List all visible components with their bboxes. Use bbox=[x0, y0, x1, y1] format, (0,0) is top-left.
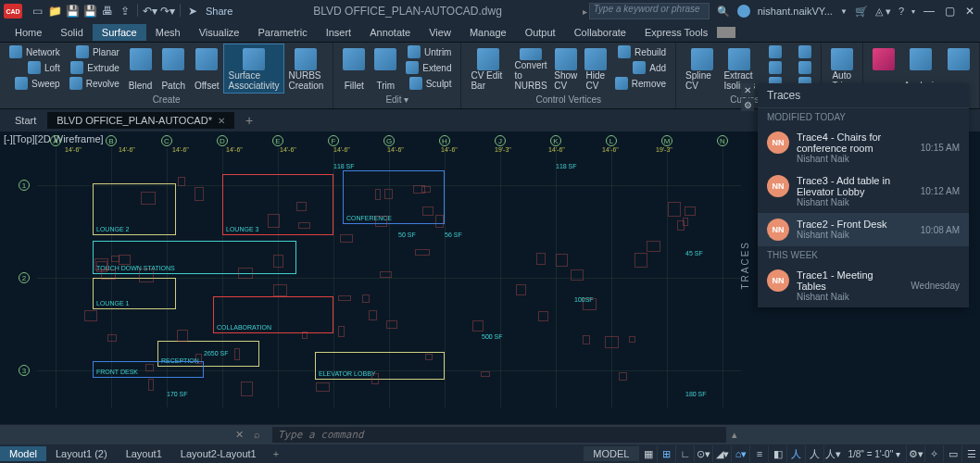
traces-tab-label[interactable]: TRACES bbox=[740, 241, 750, 290]
qat-undo-icon[interactable]: ↶▾ bbox=[143, 4, 157, 19]
polar-icon[interactable]: ⊙▾ bbox=[694, 445, 712, 462]
qat-publish-icon[interactable]: ⇪ bbox=[118, 4, 132, 19]
curve-tool-2[interactable] bbox=[758, 60, 785, 75]
tab-collaborate[interactable]: Collaborate bbox=[565, 24, 635, 41]
layout-tab-3[interactable]: Layout2-Layout1 bbox=[171, 446, 266, 461]
trace-item[interactable]: NN Trace3 - Add table in Elevator Lobby … bbox=[758, 169, 969, 213]
loft-button[interactable]: Loft bbox=[6, 60, 64, 75]
lineweight-icon[interactable]: ≡ bbox=[749, 445, 768, 462]
annotation-visibility-icon[interactable]: 人▾ bbox=[823, 445, 842, 462]
modelspace-toggle[interactable]: MODEL bbox=[584, 446, 638, 461]
qat-plot-icon[interactable]: 🖶 bbox=[100, 4, 115, 19]
convert-to-nurbs-button[interactable]: Convert toNURBS bbox=[511, 44, 549, 93]
drawing-tab[interactable]: BLVD OFFICE_PLAN-AUTOCAD* ✕ bbox=[47, 112, 234, 129]
sweep-button[interactable]: Sweep bbox=[6, 76, 64, 91]
trace-item[interactable]: NN Trace2 - Front Desk Nishant Naik 10:0… bbox=[758, 213, 969, 246]
customization-icon[interactable]: ☰ bbox=[961, 445, 980, 462]
snap-icon[interactable]: ⊞ bbox=[657, 445, 675, 462]
workspace-icon[interactable]: ⚙▾ bbox=[906, 445, 924, 462]
nurbs-creation-button[interactable]: NURBSCreation bbox=[285, 44, 328, 93]
username-label[interactable]: nishant.naikVY... bbox=[758, 6, 833, 17]
trace-item[interactable]: NN Trace4 - Chairs for conference room N… bbox=[758, 126, 969, 169]
curve-tool-1[interactable] bbox=[758, 44, 785, 59]
tab-visualize[interactable]: Visualize bbox=[190, 24, 249, 41]
tab-manage[interactable]: Manage bbox=[460, 24, 516, 41]
close-button[interactable]: ✕ bbox=[960, 2, 980, 20]
tab-solid[interactable]: Solid bbox=[51, 24, 92, 41]
tab-view[interactable]: View bbox=[420, 24, 460, 41]
remove-cv-button[interactable]: Remove bbox=[611, 76, 670, 91]
featured-apps-icon[interactable] bbox=[717, 27, 735, 38]
trim-button[interactable]: Trim bbox=[371, 44, 400, 93]
app-switcher-icon[interactable]: ◬ ▾ bbox=[875, 6, 891, 18]
sculpt-button[interactable]: Sculpt bbox=[402, 76, 455, 91]
rebuild-button[interactable]: Rebuild bbox=[611, 44, 670, 59]
search-input[interactable]: Type a keyword or phrase bbox=[589, 3, 710, 19]
maximize-button[interactable]: ▢ bbox=[939, 2, 960, 20]
tab-mesh[interactable]: Mesh bbox=[146, 24, 190, 41]
extend-button[interactable]: Extend bbox=[402, 60, 455, 75]
hide-cv-button[interactable]: HideCV bbox=[582, 44, 609, 93]
qat-save-icon[interactable]: 💾 bbox=[65, 4, 80, 19]
minimize-button[interactable]: — bbox=[919, 2, 939, 20]
spline-cv-button[interactable]: Spline CV bbox=[682, 44, 722, 93]
curve-tool-4[interactable] bbox=[787, 44, 815, 59]
tab-surface[interactable]: Surface bbox=[93, 24, 146, 41]
cart-icon[interactable]: 🛒 bbox=[855, 6, 868, 18]
user-avatar-icon[interactable] bbox=[737, 5, 750, 18]
cmd-customize-icon[interactable]: ⌕ bbox=[254, 429, 267, 442]
traces-close-icon[interactable]: ✕ bbox=[741, 83, 754, 96]
qat-share-icon[interactable]: ➤ bbox=[185, 4, 200, 19]
isodraft-icon[interactable]: ◢▾ bbox=[712, 445, 731, 462]
surface-associativity-button[interactable]: SurfaceAssociativity bbox=[224, 44, 283, 93]
command-input[interactable] bbox=[272, 427, 726, 443]
layout-tab-1[interactable]: Layout1 (2) bbox=[46, 446, 117, 461]
qat-redo-icon[interactable]: ↷▾ bbox=[160, 4, 175, 19]
tab-parametric[interactable]: Parametric bbox=[248, 24, 316, 41]
new-drawing-tab[interactable]: + bbox=[236, 113, 262, 128]
close-drawing-icon[interactable]: ✕ bbox=[218, 116, 225, 126]
planar-button[interactable]: Planar bbox=[66, 44, 123, 59]
offset-button[interactable]: Offset bbox=[191, 44, 223, 93]
traces-settings-icon[interactable]: ⚙ bbox=[741, 98, 754, 111]
start-tab[interactable]: Start bbox=[6, 112, 45, 129]
cv-edit-bar-button[interactable]: CV Edit Bar bbox=[467, 44, 509, 93]
qat-saveas-icon[interactable]: 💾 bbox=[82, 4, 97, 19]
layout-tab-model[interactable]: Model bbox=[0, 446, 46, 461]
patch-button[interactable]: Patch bbox=[157, 44, 189, 93]
untrim-button[interactable]: Untrim bbox=[402, 44, 455, 59]
ortho-icon[interactable]: ∟ bbox=[675, 445, 694, 462]
share-link[interactable]: Share bbox=[206, 6, 232, 17]
qat-open-icon[interactable]: 📁 bbox=[47, 4, 62, 19]
group-title-edit[interactable]: Edit ▾ bbox=[339, 94, 455, 106]
scale-selector[interactable]: 1/8" = 1'-0" ▾ bbox=[842, 449, 906, 459]
cmd-history-icon[interactable]: ▴ bbox=[732, 429, 745, 442]
annotation-scale-icon[interactable]: 人 bbox=[805, 445, 823, 462]
tab-home[interactable]: Home bbox=[6, 24, 51, 41]
tab-insert[interactable]: Insert bbox=[317, 24, 361, 41]
zoom-extents-icon[interactable]: ✧ bbox=[924, 445, 943, 462]
add-layout-button[interactable]: + bbox=[266, 448, 286, 459]
annotation-icon[interactable]: 人 bbox=[786, 445, 805, 462]
revolve-button[interactable]: Revolve bbox=[66, 76, 123, 91]
tab-express-tools[interactable]: Express Tools bbox=[635, 24, 717, 41]
tab-output[interactable]: Output bbox=[516, 24, 565, 41]
help-icon[interactable]: ? bbox=[898, 6, 904, 17]
cmd-close-icon[interactable]: ✕ bbox=[235, 429, 248, 442]
isolate-icon[interactable]: ▭ bbox=[943, 445, 961, 462]
osnap-icon[interactable]: ⌂▾ bbox=[731, 445, 749, 462]
show-cv-button[interactable]: ShowCV bbox=[552, 44, 580, 93]
fillet-button[interactable]: Fillet bbox=[339, 44, 369, 93]
add-cv-button[interactable]: Add bbox=[611, 60, 670, 75]
tab-annotate[interactable]: Annotate bbox=[360, 24, 420, 41]
layout-tab-2[interactable]: Layout1 bbox=[117, 446, 171, 461]
search-icon[interactable]: 🔍 bbox=[717, 6, 730, 18]
trace-item[interactable]: NN Trace1 - Meeting Tables Nishant Naik … bbox=[758, 264, 969, 307]
blend-button[interactable]: Blend bbox=[125, 44, 157, 93]
grid-icon[interactable]: ▦ bbox=[638, 445, 657, 462]
qat-new-icon[interactable]: ▭ bbox=[30, 4, 44, 19]
network-button[interactable]: Network bbox=[6, 44, 64, 59]
transparency-icon[interactable]: ◧ bbox=[768, 445, 786, 462]
curve-tool-5[interactable] bbox=[787, 60, 815, 75]
extrude-button[interactable]: Extrude bbox=[66, 60, 123, 75]
